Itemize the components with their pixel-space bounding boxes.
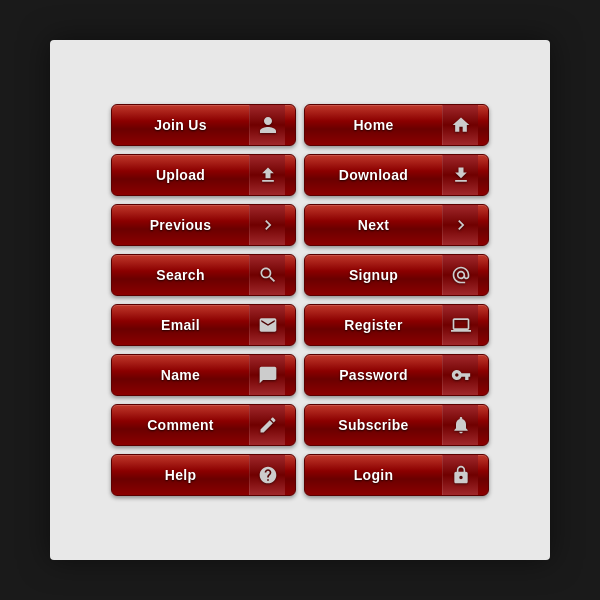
button-grid: Join UsHomeUploadDownloadPreviousNextSea…	[91, 84, 509, 516]
password-label: Password	[305, 367, 442, 383]
key-icon	[442, 355, 478, 395]
search-icon	[249, 255, 285, 295]
subscribe-label: Subscribe	[305, 417, 442, 433]
register-button[interactable]: Register	[304, 304, 489, 346]
register-label: Register	[305, 317, 442, 333]
download-button[interactable]: Download	[304, 154, 489, 196]
chevron-right-icon	[249, 205, 285, 245]
upload-label: Upload	[112, 167, 249, 183]
name-button[interactable]: Name	[111, 354, 296, 396]
upload-icon	[249, 155, 285, 195]
subscribe-button[interactable]: Subscribe	[304, 404, 489, 446]
comment-button[interactable]: Comment	[111, 404, 296, 446]
name-label: Name	[112, 367, 249, 383]
download-icon	[442, 155, 478, 195]
search-label: Search	[112, 267, 249, 283]
home-icon	[442, 105, 478, 145]
search-button[interactable]: Search	[111, 254, 296, 296]
card: Join UsHomeUploadDownloadPreviousNextSea…	[50, 40, 550, 560]
previous-button[interactable]: Previous	[111, 204, 296, 246]
help-button[interactable]: Help	[111, 454, 296, 496]
email-label: Email	[112, 317, 249, 333]
laptop-icon	[442, 305, 478, 345]
home-label: Home	[305, 117, 442, 133]
chevron-right-icon	[442, 205, 478, 245]
next-button[interactable]: Next	[304, 204, 489, 246]
signup-label: Signup	[305, 267, 442, 283]
comment-label: Comment	[112, 417, 249, 433]
help-label: Help	[112, 467, 249, 483]
join-us-label: Join Us	[112, 117, 249, 133]
email-button[interactable]: Email	[111, 304, 296, 346]
login-label: Login	[305, 467, 442, 483]
lock-icon	[442, 455, 478, 495]
signup-button[interactable]: Signup	[304, 254, 489, 296]
email-icon	[249, 305, 285, 345]
bell-icon	[442, 405, 478, 445]
edit-icon	[249, 405, 285, 445]
help-icon	[249, 455, 285, 495]
login-button[interactable]: Login	[304, 454, 489, 496]
user-icon	[249, 105, 285, 145]
password-button[interactable]: Password	[304, 354, 489, 396]
previous-label: Previous	[112, 217, 249, 233]
at-icon	[442, 255, 478, 295]
home-button[interactable]: Home	[304, 104, 489, 146]
next-label: Next	[305, 217, 442, 233]
join-us-button[interactable]: Join Us	[111, 104, 296, 146]
upload-button[interactable]: Upload	[111, 154, 296, 196]
download-label: Download	[305, 167, 442, 183]
chat-icon	[249, 355, 285, 395]
